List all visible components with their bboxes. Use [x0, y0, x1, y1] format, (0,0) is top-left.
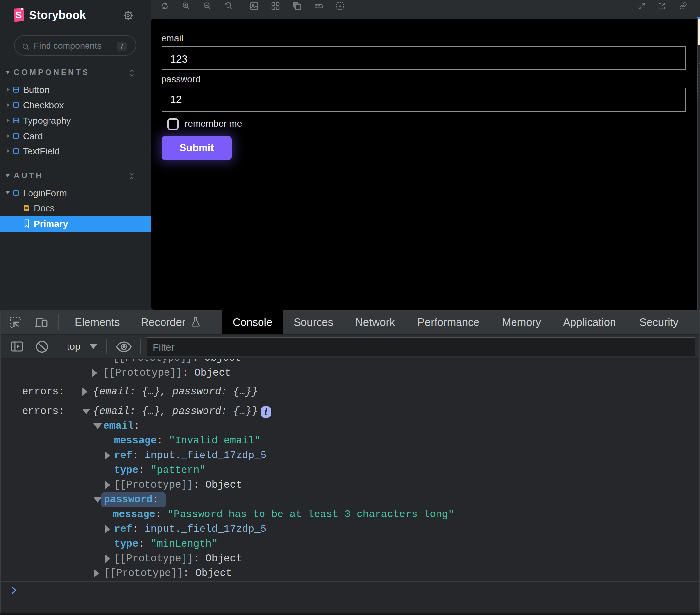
- svg-text:S: S: [15, 10, 22, 20]
